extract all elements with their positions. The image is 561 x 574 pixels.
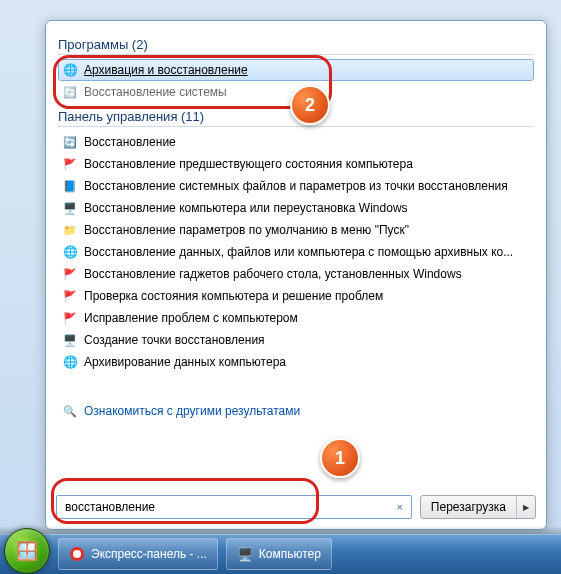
search-input[interactable]: [61, 500, 393, 514]
result-item-label: Восстановление предшествующего состояния…: [84, 156, 413, 172]
start-menu-panel: Программы (2) Архивация и восстановление…: [45, 20, 547, 530]
result-item-label: Восстановление параметров по умолчанию в…: [84, 222, 409, 238]
divider: [58, 54, 534, 55]
shutdown-arrow-icon[interactable]: ▶: [517, 503, 535, 512]
start-button[interactable]: 🪟: [4, 528, 50, 574]
search-results-area: Программы (2) Архивация и восстановление…: [46, 21, 546, 487]
opera-icon: [69, 546, 85, 562]
search-icon: [62, 403, 78, 419]
result-item-label: Восстановление гаджетов рабочего стола, …: [84, 266, 462, 282]
globe-icon: [62, 354, 78, 370]
programs-item[interactable]: Восстановление системы: [58, 81, 534, 103]
flag-icon: [62, 266, 78, 282]
windows-logo-icon: 🪟: [16, 540, 38, 562]
control-panel-item[interactable]: Проверка состояния компьютера и решение …: [58, 285, 534, 307]
computer-icon: [237, 546, 253, 562]
control-panel-item[interactable]: Восстановление параметров по умолчанию в…: [58, 219, 534, 241]
result-item-label: Восстановление данных, файлов или компью…: [84, 244, 513, 260]
control-panel-item[interactable]: Восстановление: [58, 131, 534, 153]
result-item-label: Восстановление системных файлов и параме…: [84, 178, 508, 194]
programs-section-header: Программы (2): [58, 37, 534, 52]
restore-icon: [62, 134, 78, 150]
result-item-label: Архивирование данных компьютера: [84, 354, 286, 370]
globe-icon: [62, 244, 78, 260]
result-item-label: Архивация и восстановление: [84, 62, 248, 78]
monitor-icon: [62, 200, 78, 216]
result-item-label: Проверка состояния компьютера и решение …: [84, 288, 383, 304]
control-panel-item[interactable]: Восстановление системных файлов и параме…: [58, 175, 534, 197]
flag-icon: [62, 288, 78, 304]
taskbar-shadow: [0, 526, 561, 534]
taskbar: 🪟 Экспресс-панель - ... Компьютер: [0, 534, 561, 574]
taskbar-item-label: Компьютер: [259, 547, 321, 561]
globe-icon: [62, 62, 78, 78]
shutdown-split-button[interactable]: Перезагрузка ▶: [420, 495, 536, 519]
folder-icon: [62, 222, 78, 238]
result-item-label: Восстановление компьютера или переустано…: [84, 200, 408, 216]
flag-icon: [62, 310, 78, 326]
result-item-label: Восстановление: [84, 134, 176, 150]
control-panel-item[interactable]: Восстановление предшествующего состояния…: [58, 153, 534, 175]
result-item-label: Исправление проблем с компьютером: [84, 310, 298, 326]
control-panel-item[interactable]: Архивирование данных компьютера: [58, 351, 534, 373]
restore-icon: [62, 84, 78, 100]
programs-item[interactable]: Архивация и восстановление: [58, 59, 534, 81]
taskbar-item-computer[interactable]: Компьютер: [226, 538, 332, 570]
result-item-label: Создание точки восстановления: [84, 332, 265, 348]
more-results-link[interactable]: Ознакомиться с другими результатами: [58, 403, 534, 419]
control-panel-item[interactable]: Создание точки восстановления: [58, 329, 534, 351]
search-input-wrap[interactable]: ×: [56, 495, 412, 519]
control-panel-item[interactable]: Восстановление гаджетов рабочего стола, …: [58, 263, 534, 285]
shutdown-label[interactable]: Перезагрузка: [421, 496, 517, 518]
control-panel-item[interactable]: Восстановление данных, файлов или компью…: [58, 241, 534, 263]
monitor-icon: [62, 332, 78, 348]
taskbar-item-label: Экспресс-панель - ...: [91, 547, 207, 561]
divider: [58, 126, 534, 127]
book-icon: [62, 178, 78, 194]
more-results-label: Ознакомиться с другими результатами: [84, 404, 300, 418]
programs-list: Архивация и восстановлениеВосстановление…: [58, 59, 534, 103]
result-item-label: Восстановление системы: [84, 84, 227, 100]
search-row: × Перезагрузка ▶: [46, 487, 546, 529]
control-panel-item[interactable]: Исправление проблем с компьютером: [58, 307, 534, 329]
control-panel-section-header: Панель управления (11): [58, 109, 534, 124]
flag-icon: [62, 156, 78, 172]
taskbar-item-opera[interactable]: Экспресс-панель - ...: [58, 538, 218, 570]
control-panel-list: ВосстановлениеВосстановление предшествую…: [58, 131, 534, 373]
clear-search-button[interactable]: ×: [393, 500, 407, 514]
control-panel-item[interactable]: Восстановление компьютера или переустано…: [58, 197, 534, 219]
